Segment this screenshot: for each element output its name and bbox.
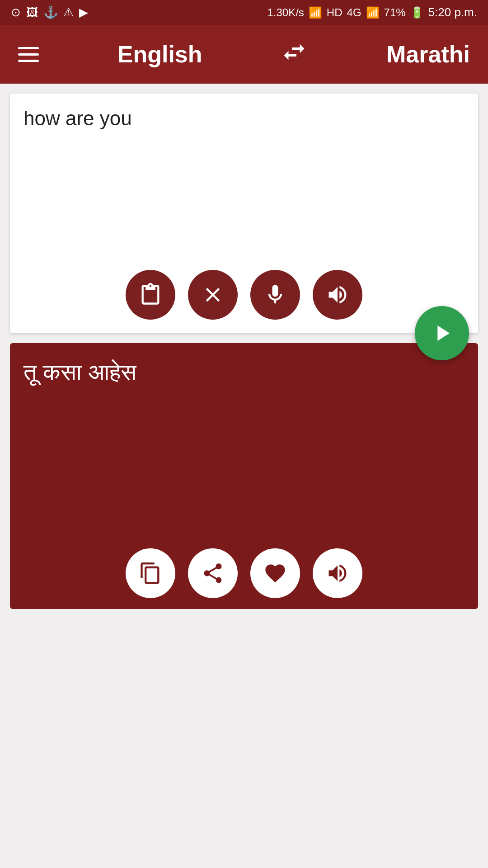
- wifi-icon: 📶: [309, 6, 322, 19]
- whatsapp-icon: ⊙: [11, 5, 21, 19]
- status-info-right: 1.30K/s 📶 HD 4G 📶 71% 🔋 5:20 p.m.: [267, 5, 477, 19]
- clear-button[interactable]: [188, 270, 238, 320]
- swap-languages-button[interactable]: [281, 38, 308, 71]
- translate-button[interactable]: [415, 306, 469, 360]
- clock: 5:20 p.m.: [428, 5, 477, 19]
- output-area: तू कसा आहेस: [10, 343, 478, 609]
- battery-level: 71%: [384, 6, 406, 19]
- hd-badge: HD: [327, 6, 343, 19]
- favorite-button[interactable]: [250, 548, 300, 598]
- network-type: 4G: [347, 6, 361, 19]
- microphone-button[interactable]: [250, 270, 300, 320]
- share-button[interactable]: [188, 548, 238, 598]
- usb-icon: ⚓: [43, 5, 58, 19]
- signal-icon: 📶: [366, 6, 380, 19]
- menu-button[interactable]: [18, 47, 39, 62]
- speaker-input-button[interactable]: [313, 270, 362, 320]
- speaker-output-button[interactable]: [313, 548, 362, 598]
- battery-icon: 🔋: [410, 6, 424, 19]
- input-action-buttons: [23, 270, 465, 324]
- target-language-label[interactable]: Marathi: [386, 41, 470, 68]
- network-speed: 1.30K/s: [267, 6, 304, 19]
- top-navbar: English Marathi: [0, 25, 488, 84]
- status-bar: ⊙ 🖼 ⚓ ⚠ ▶ 1.30K/s 📶 HD 4G 📶 71% 🔋 5:20 p…: [0, 0, 488, 25]
- copy-output-button[interactable]: [126, 548, 175, 598]
- source-language-label[interactable]: English: [117, 41, 202, 68]
- warning-icon: ⚠: [63, 5, 74, 19]
- source-text-input[interactable]: how are you: [23, 107, 465, 261]
- input-area: how are you: [10, 94, 478, 333]
- clipboard-button[interactable]: [126, 270, 175, 320]
- image-icon: 🖼: [26, 5, 38, 19]
- status-icons-left: ⊙ 🖼 ⚓ ⚠ ▶: [11, 5, 88, 19]
- translated-text: तू कसा आहेस: [23, 359, 465, 539]
- output-action-buttons: [23, 548, 465, 598]
- play-icon: ▶: [79, 5, 88, 19]
